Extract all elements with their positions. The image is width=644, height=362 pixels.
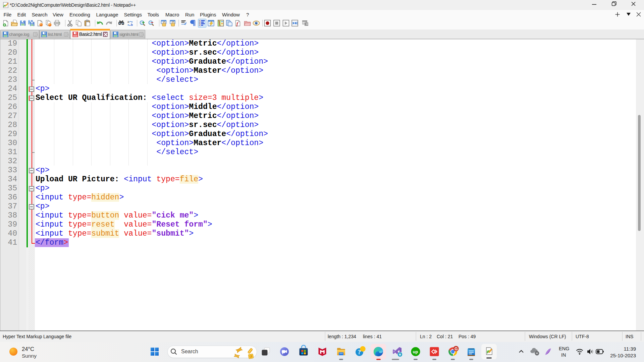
svg-text:G: G [454,347,458,351]
svg-text:a: a [127,20,129,23]
svg-text:b: b [131,23,133,26]
svg-text:up: up [413,349,418,354]
